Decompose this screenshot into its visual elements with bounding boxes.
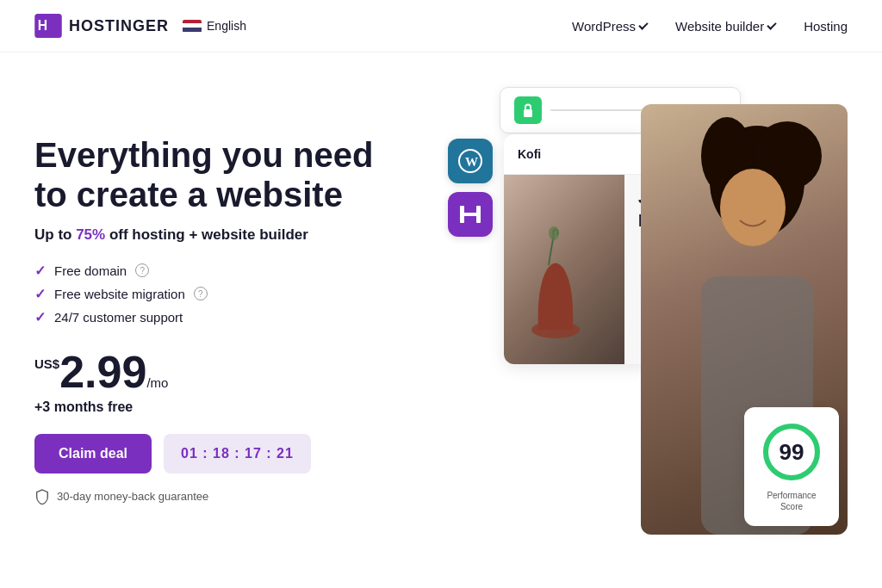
- lock-badge: [514, 96, 542, 124]
- svg-rect-7: [476, 206, 481, 223]
- score-label: Performance Score: [758, 490, 825, 512]
- info-icon[interactable]: ?: [135, 263, 149, 277]
- feature-label: 24/7 customer support: [54, 310, 183, 325]
- vase-illustration: [521, 226, 590, 364]
- nav-hosting[interactable]: Hosting: [804, 19, 848, 34]
- logo-text: HOSTINGER: [69, 17, 169, 35]
- preview-photo: [504, 175, 624, 364]
- feature-label: Free website migration: [54, 287, 185, 301]
- info-icon[interactable]: ?: [194, 287, 208, 300]
- subtitle-prefix: Up to: [34, 226, 76, 243]
- svg-point-9: [549, 226, 559, 240]
- feature-migration: ✓ Free website migration ?: [34, 286, 413, 302]
- hero-left-content: Everything you need to create a website …: [34, 135, 413, 504]
- svg-text:W: W: [465, 155, 478, 169]
- score-number: 99: [780, 439, 804, 466]
- hero-right-visual: .com W Kofi ☰: [448, 87, 848, 552]
- nav-wordpress[interactable]: WordPress: [572, 19, 648, 34]
- shield-icon: [34, 489, 50, 504]
- nav-website-builder[interactable]: Website builder: [675, 19, 776, 34]
- hero-title: Everything you need to create a website: [34, 135, 413, 214]
- performance-score-badge: 99 Performance Score: [744, 407, 839, 526]
- price-period: /mo: [146, 375, 168, 390]
- svg-point-13: [720, 169, 786, 246]
- free-months-label: +3 months free: [34, 399, 413, 415]
- language-label: English: [207, 19, 246, 33]
- header-left: H HOSTINGER English: [34, 14, 246, 38]
- feature-support: ✓ 24/7 customer support: [34, 309, 413, 325]
- price-currency: US$: [34, 356, 59, 371]
- pricing-block: US$2.99/mo: [34, 350, 413, 394]
- features-list: ✓ Free domain ? ✓ Free website migration…: [34, 263, 413, 325]
- language-selector[interactable]: English: [183, 19, 246, 33]
- check-icon: ✓: [34, 286, 46, 302]
- price-amount: 2.99: [59, 347, 146, 397]
- svg-text:H: H: [38, 18, 47, 33]
- check-icon: ✓: [34, 309, 46, 325]
- lock-icon: [521, 102, 535, 118]
- feature-free-domain: ✓ Free domain ?: [34, 263, 413, 279]
- countdown-timer: 01 : 18 : 17 : 21: [164, 434, 311, 473]
- site-name-header: Kofi: [518, 147, 541, 161]
- svg-rect-2: [524, 109, 532, 117]
- hostinger-logo-icon: H: [34, 14, 62, 38]
- feature-label: Free domain: [54, 263, 127, 278]
- hero-subtitle: Up to 75% off hosting + website builder: [34, 226, 413, 244]
- discount-highlight: 75%: [76, 226, 105, 243]
- hero-section: Everything you need to create a website …: [0, 53, 882, 569]
- wordpress-icon: W: [448, 139, 493, 183]
- flag-icon: [183, 20, 202, 33]
- claim-deal-button[interactable]: Claim deal: [34, 434, 152, 473]
- cta-row: Claim deal 01 : 18 : 17 : 21: [34, 434, 413, 473]
- hostinger-h-icon: [448, 192, 493, 237]
- chevron-down-icon: [767, 20, 776, 29]
- guarantee-text: 30-day money-back guarantee: [34, 489, 413, 504]
- header: H HOSTINGER English WordPress Website bu…: [0, 0, 882, 53]
- logo[interactable]: H HOSTINGER: [34, 14, 169, 38]
- chevron-down-icon: [638, 20, 648, 29]
- score-circle: 99: [761, 421, 823, 483]
- check-icon: ✓: [34, 263, 46, 279]
- subtitle-suffix: off hosting + website builder: [105, 226, 308, 243]
- main-nav: WordPress Website builder Hosting: [572, 19, 848, 34]
- guarantee-label: 30-day money-back guarantee: [57, 490, 208, 503]
- app-icons-list: W: [448, 139, 493, 237]
